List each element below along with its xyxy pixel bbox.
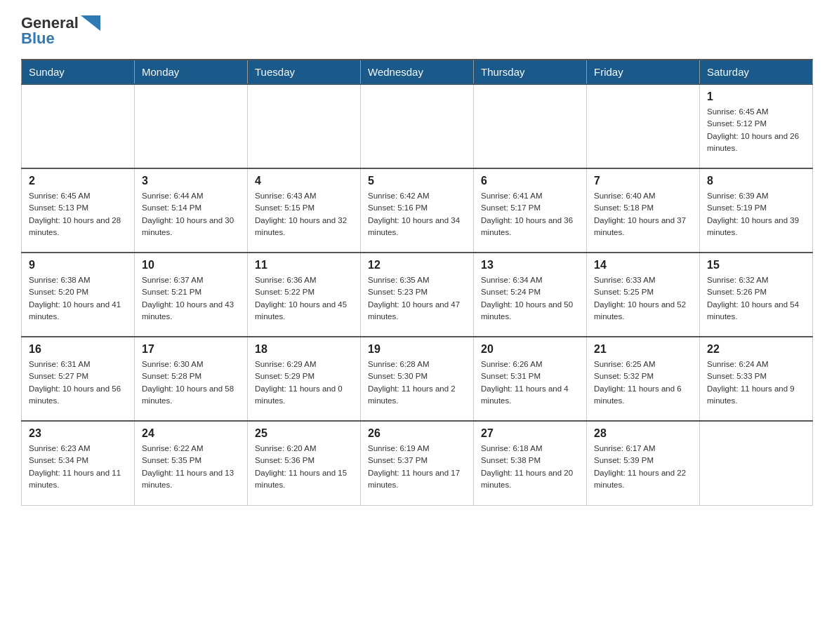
day-number: 16 bbox=[29, 343, 127, 356]
day-info: Sunrise: 6:43 AM Sunset: 5:15 PM Dayligh… bbox=[255, 190, 353, 239]
calendar-cell: 27Sunrise: 6:18 AM Sunset: 5:38 PM Dayli… bbox=[474, 421, 587, 505]
day-info: Sunrise: 6:42 AM Sunset: 5:16 PM Dayligh… bbox=[368, 190, 466, 239]
calendar-cell: 28Sunrise: 6:17 AM Sunset: 5:39 PM Dayli… bbox=[587, 421, 700, 505]
day-number: 11 bbox=[255, 259, 353, 271]
calendar-cell bbox=[587, 84, 700, 168]
calendar-cell: 10Sunrise: 6:37 AM Sunset: 5:21 PM Dayli… bbox=[135, 253, 248, 337]
day-info: Sunrise: 6:31 AM Sunset: 5:27 PM Dayligh… bbox=[29, 358, 127, 407]
day-header-friday: Friday bbox=[587, 60, 700, 84]
calendar-cell bbox=[22, 84, 135, 168]
logo-blue-text: Blue bbox=[21, 29, 55, 48]
day-header-sunday: Sunday bbox=[22, 60, 135, 84]
day-info: Sunrise: 6:18 AM Sunset: 5:38 PM Dayligh… bbox=[481, 443, 579, 491]
day-number: 1 bbox=[707, 90, 805, 103]
calendar-cell: 26Sunrise: 6:19 AM Sunset: 5:37 PM Dayli… bbox=[361, 421, 474, 505]
day-header-tuesday: Tuesday bbox=[248, 60, 361, 84]
day-info: Sunrise: 6:32 AM Sunset: 5:26 PM Dayligh… bbox=[707, 274, 805, 323]
day-header-thursday: Thursday bbox=[474, 60, 587, 84]
calendar-cell: 8Sunrise: 6:39 AM Sunset: 5:19 PM Daylig… bbox=[700, 168, 813, 253]
calendar-cell: 14Sunrise: 6:33 AM Sunset: 5:25 PM Dayli… bbox=[587, 253, 700, 337]
calendar-cell: 11Sunrise: 6:36 AM Sunset: 5:22 PM Dayli… bbox=[248, 253, 361, 337]
calendar-cell: 21Sunrise: 6:25 AM Sunset: 5:32 PM Dayli… bbox=[587, 337, 700, 421]
day-number: 7 bbox=[594, 175, 692, 187]
day-number: 18 bbox=[255, 343, 353, 356]
calendar-cell: 4Sunrise: 6:43 AM Sunset: 5:15 PM Daylig… bbox=[248, 168, 361, 253]
day-info: Sunrise: 6:39 AM Sunset: 5:19 PM Dayligh… bbox=[707, 190, 805, 239]
day-info: Sunrise: 6:19 AM Sunset: 5:37 PM Dayligh… bbox=[368, 443, 466, 491]
day-number: 5 bbox=[368, 175, 466, 187]
calendar-cell: 3Sunrise: 6:44 AM Sunset: 5:14 PM Daylig… bbox=[135, 168, 248, 253]
calendar-cell: 20Sunrise: 6:26 AM Sunset: 5:31 PM Dayli… bbox=[474, 337, 587, 421]
day-info: Sunrise: 6:33 AM Sunset: 5:25 PM Dayligh… bbox=[594, 274, 692, 323]
day-number: 14 bbox=[594, 259, 692, 271]
day-number: 15 bbox=[707, 259, 805, 271]
day-info: Sunrise: 6:45 AM Sunset: 5:13 PM Dayligh… bbox=[29, 190, 127, 239]
day-info: Sunrise: 6:20 AM Sunset: 5:36 PM Dayligh… bbox=[255, 443, 353, 491]
day-info: Sunrise: 6:23 AM Sunset: 5:34 PM Dayligh… bbox=[29, 443, 127, 491]
logo-triangle-icon bbox=[81, 15, 100, 31]
calendar-cell bbox=[135, 84, 248, 168]
calendar-cell: 13Sunrise: 6:34 AM Sunset: 5:24 PM Dayli… bbox=[474, 253, 587, 337]
calendar-cell: 7Sunrise: 6:40 AM Sunset: 5:18 PM Daylig… bbox=[587, 168, 700, 253]
day-info: Sunrise: 6:29 AM Sunset: 5:29 PM Dayligh… bbox=[255, 358, 353, 407]
day-info: Sunrise: 6:28 AM Sunset: 5:30 PM Dayligh… bbox=[368, 358, 466, 407]
calendar-cell: 6Sunrise: 6:41 AM Sunset: 5:17 PM Daylig… bbox=[474, 168, 587, 253]
day-info: Sunrise: 6:35 AM Sunset: 5:23 PM Dayligh… bbox=[368, 274, 466, 323]
calendar-cell: 5Sunrise: 6:42 AM Sunset: 5:16 PM Daylig… bbox=[361, 168, 474, 253]
calendar-cell: 25Sunrise: 6:20 AM Sunset: 5:36 PM Dayli… bbox=[248, 421, 361, 505]
calendar-cell: 17Sunrise: 6:30 AM Sunset: 5:28 PM Dayli… bbox=[135, 337, 248, 421]
day-info: Sunrise: 6:38 AM Sunset: 5:20 PM Dayligh… bbox=[29, 274, 127, 323]
calendar-cell: 19Sunrise: 6:28 AM Sunset: 5:30 PM Dayli… bbox=[361, 337, 474, 421]
day-number: 19 bbox=[368, 343, 466, 356]
day-number: 12 bbox=[368, 259, 466, 271]
day-number: 8 bbox=[707, 175, 805, 187]
calendar-week-1: 1Sunrise: 6:45 AM Sunset: 5:12 PM Daylig… bbox=[22, 84, 813, 168]
day-number: 4 bbox=[255, 175, 353, 187]
calendar-cell: 1Sunrise: 6:45 AM Sunset: 5:12 PM Daylig… bbox=[700, 84, 813, 168]
day-number: 23 bbox=[29, 427, 127, 440]
calendar-cell: 23Sunrise: 6:23 AM Sunset: 5:34 PM Dayli… bbox=[22, 421, 135, 505]
calendar-cell bbox=[700, 421, 813, 505]
calendar-cell: 12Sunrise: 6:35 AM Sunset: 5:23 PM Dayli… bbox=[361, 253, 474, 337]
day-number: 26 bbox=[368, 427, 466, 440]
day-info: Sunrise: 6:34 AM Sunset: 5:24 PM Dayligh… bbox=[481, 274, 579, 323]
calendar-cell: 2Sunrise: 6:45 AM Sunset: 5:13 PM Daylig… bbox=[22, 168, 135, 253]
calendar-header-row: SundayMondayTuesdayWednesdayThursdayFrid… bbox=[22, 60, 813, 84]
day-info: Sunrise: 6:44 AM Sunset: 5:14 PM Dayligh… bbox=[142, 190, 240, 239]
day-info: Sunrise: 6:30 AM Sunset: 5:28 PM Dayligh… bbox=[142, 358, 240, 407]
page-header: General Blue bbox=[21, 14, 813, 48]
day-info: Sunrise: 6:36 AM Sunset: 5:22 PM Dayligh… bbox=[255, 274, 353, 323]
calendar-week-4: 16Sunrise: 6:31 AM Sunset: 5:27 PM Dayli… bbox=[22, 337, 813, 421]
day-number: 13 bbox=[481, 259, 579, 271]
day-number: 21 bbox=[594, 343, 692, 356]
calendar-cell: 9Sunrise: 6:38 AM Sunset: 5:20 PM Daylig… bbox=[22, 253, 135, 337]
day-info: Sunrise: 6:17 AM Sunset: 5:39 PM Dayligh… bbox=[594, 443, 692, 491]
svg-marker-0 bbox=[81, 15, 100, 31]
day-info: Sunrise: 6:26 AM Sunset: 5:31 PM Dayligh… bbox=[481, 358, 579, 407]
day-number: 24 bbox=[142, 427, 240, 440]
day-number: 20 bbox=[481, 343, 579, 356]
day-info: Sunrise: 6:37 AM Sunset: 5:21 PM Dayligh… bbox=[142, 274, 240, 323]
day-number: 3 bbox=[142, 175, 240, 187]
day-number: 6 bbox=[481, 175, 579, 187]
calendar-cell: 15Sunrise: 6:32 AM Sunset: 5:26 PM Dayli… bbox=[700, 253, 813, 337]
day-info: Sunrise: 6:24 AM Sunset: 5:33 PM Dayligh… bbox=[707, 358, 805, 407]
calendar-week-5: 23Sunrise: 6:23 AM Sunset: 5:34 PM Dayli… bbox=[22, 421, 813, 505]
day-number: 27 bbox=[481, 427, 579, 440]
day-number: 28 bbox=[594, 427, 692, 440]
day-number: 17 bbox=[142, 343, 240, 356]
day-header-saturday: Saturday bbox=[700, 60, 813, 84]
day-header-monday: Monday bbox=[135, 60, 248, 84]
day-info: Sunrise: 6:45 AM Sunset: 5:12 PM Dayligh… bbox=[707, 106, 805, 154]
day-number: 9 bbox=[29, 259, 127, 271]
calendar-week-2: 2Sunrise: 6:45 AM Sunset: 5:13 PM Daylig… bbox=[22, 168, 813, 253]
day-number: 2 bbox=[29, 175, 127, 187]
calendar-cell: 22Sunrise: 6:24 AM Sunset: 5:33 PM Dayli… bbox=[700, 337, 813, 421]
day-info: Sunrise: 6:25 AM Sunset: 5:32 PM Dayligh… bbox=[594, 358, 692, 407]
calendar-table: SundayMondayTuesdayWednesdayThursdayFrid… bbox=[21, 59, 813, 506]
calendar-week-3: 9Sunrise: 6:38 AM Sunset: 5:20 PM Daylig… bbox=[22, 253, 813, 337]
calendar-cell: 24Sunrise: 6:22 AM Sunset: 5:35 PM Dayli… bbox=[135, 421, 248, 505]
day-number: 22 bbox=[707, 343, 805, 356]
calendar-cell: 16Sunrise: 6:31 AM Sunset: 5:27 PM Dayli… bbox=[22, 337, 135, 421]
day-number: 25 bbox=[255, 427, 353, 440]
